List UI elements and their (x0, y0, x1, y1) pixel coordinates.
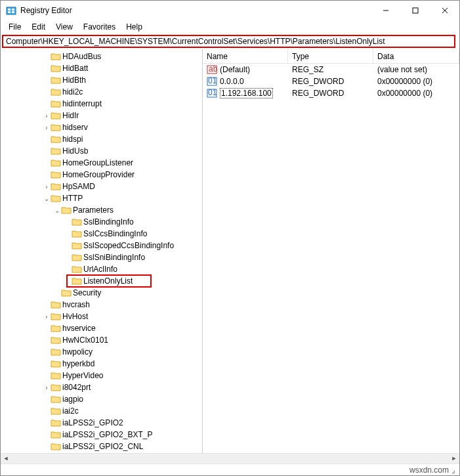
tree-item[interactable]: hvservice (1, 322, 202, 334)
close-button[interactable] (430, 1, 459, 20)
tree-item[interactable]: hwpolicy (1, 346, 202, 358)
folder-icon (51, 111, 61, 120)
tree-item[interactable]: UrlAclInfo (1, 263, 202, 275)
menu-edit[interactable]: Edit (26, 21, 51, 33)
tree-item[interactable]: ⌄HTTP (1, 192, 202, 204)
folder-icon (51, 52, 61, 61)
tree-item-label: SslCcsBindingInfo (82, 229, 147, 238)
svg-text:011: 011 (208, 88, 217, 97)
folder-icon (51, 99, 61, 108)
tree-item[interactable]: HomeGroupProvider (1, 169, 202, 181)
value-data: 0x00000000 (0) (373, 89, 459, 98)
value-type: REG_DWORD (288, 77, 373, 86)
expand-icon[interactable]: › (43, 112, 51, 119)
tree-item[interactable]: SslCcsBindingInfo (1, 228, 202, 240)
menu-favorites[interactable]: Favorites (78, 21, 121, 33)
tree-item[interactable]: ListenOnlyList (1, 275, 202, 287)
col-header-data[interactable]: Data (373, 49, 459, 63)
tree-item[interactable]: SslBindingInfo (1, 216, 202, 228)
folder-icon (51, 359, 61, 368)
tree-item[interactable]: iaLPSS2i_GPIO2_CNL (1, 441, 202, 452)
value-row[interactable]: 0111.192.168.100REG_DWORD0x00000000 (0) (203, 87, 459, 99)
values-pane[interactable]: Name Type Data ab(Default)REG_SZ(value n… (203, 49, 459, 453)
tree-item-label: hvcrash (61, 300, 90, 309)
tree-item[interactable]: Security (1, 287, 202, 299)
maximize-button[interactable] (400, 1, 430, 20)
minimize-button[interactable] (371, 1, 400, 20)
address-text: Computer\HKEY_LOCAL_MACHINE\SYSTEM\Curre… (6, 37, 385, 46)
tree-item[interactable]: HidBatt (1, 62, 202, 74)
expand-icon[interactable]: › (43, 124, 51, 131)
value-row[interactable]: ab(Default)REG_SZ(value not set) (203, 64, 459, 76)
svg-rect-1 (8, 9, 10, 11)
expand-icon[interactable]: › (43, 183, 51, 190)
collapse-icon[interactable]: ⌄ (53, 207, 61, 214)
tree-item-label: hidspi (61, 135, 83, 144)
tree-item[interactable]: ›HidIr (1, 110, 202, 121)
tree-item-label: HidBth (61, 76, 86, 85)
horizontal-scrollbar[interactable]: ◄ ► (1, 453, 459, 464)
tree-item[interactable]: ›hidserv (1, 121, 202, 133)
folder-icon (51, 347, 61, 357)
tree-item[interactable]: HidBth (1, 74, 202, 86)
tree-item[interactable]: iaLPSS2i_GPIO2 (1, 417, 202, 429)
menubar: File Edit View Favorites Help (1, 20, 459, 33)
folder-icon (51, 406, 61, 416)
address-bar[interactable]: Computer\HKEY_LOCAL_MACHINE\SYSTEM\Curre… (2, 35, 455, 48)
dword-value-icon: 011 (207, 88, 217, 98)
folder-icon (61, 206, 72, 215)
folder-icon (51, 371, 61, 380)
folder-icon (72, 253, 82, 262)
tree-item[interactable]: hyperkbd (1, 358, 202, 370)
menu-file[interactable]: File (3, 21, 26, 33)
tree-item[interactable]: hvcrash (1, 299, 202, 311)
folder-icon (51, 170, 61, 179)
tree-item[interactable]: SslScopedCcsBindingInfo (1, 240, 202, 251)
col-header-type[interactable]: Type (288, 49, 373, 63)
regedit-icon (6, 5, 16, 16)
tree-item[interactable]: ›HpSAMD (1, 181, 202, 192)
folder-icon (51, 383, 61, 392)
tree-item[interactable]: iagpio (1, 393, 202, 405)
tree-item-label: iagpio (61, 395, 83, 404)
col-header-name[interactable]: Name (203, 49, 288, 63)
expand-icon[interactable]: › (43, 384, 51, 391)
collapse-icon[interactable]: ⌄ (43, 195, 51, 202)
folder-icon (51, 64, 61, 73)
folder-icon (51, 146, 61, 156)
tree-item[interactable]: HwNClx0101 (1, 334, 202, 346)
tree-item[interactable]: hidspi (1, 133, 202, 145)
folder-icon (51, 135, 61, 144)
tree-item[interactable]: hidinterrupt (1, 98, 202, 110)
folder-icon (72, 229, 82, 238)
tree-item[interactable]: iai2c (1, 405, 202, 417)
tree-item[interactable]: ⌄Parameters (1, 204, 202, 216)
resize-grip-icon[interactable]: ⌟ (451, 465, 455, 475)
tree-pane[interactable]: HDAudBusHidBattHidBthhidi2chidinterrupt›… (1, 49, 203, 453)
value-row[interactable]: 0110.0.0.0REG_DWORD0x00000000 (0) (203, 76, 459, 87)
scroll-right-icon[interactable]: ► (449, 454, 459, 463)
tree-item-label: iaLPSS2i_GPIO2_BXT_P (61, 430, 152, 439)
tree-item[interactable]: HyperVideo (1, 370, 202, 381)
expand-icon[interactable]: › (43, 313, 51, 320)
scroll-left-icon[interactable]: ◄ (1, 454, 11, 463)
tree-item-label: hidserv (61, 123, 88, 132)
folder-icon (51, 324, 61, 333)
tree-item[interactable]: hidi2c (1, 86, 202, 98)
menu-help[interactable]: Help (121, 21, 148, 33)
tree-item[interactable]: ›i8042prt (1, 381, 202, 393)
tree-item[interactable]: SslSniBindingInfo (1, 251, 202, 263)
titlebar[interactable]: Registry Editor (1, 1, 459, 20)
tree-item-label: HyperVideo (61, 371, 103, 380)
tree-item[interactable]: iaLPSS2i_GPIO2_BXT_P (1, 429, 202, 441)
tree-item-label: ListenOnlyList (82, 276, 133, 286)
tree-item[interactable]: HidUsb (1, 145, 202, 157)
menu-view[interactable]: View (51, 21, 78, 33)
registry-editor-window: Registry Editor File Edit View Favorites… (0, 0, 460, 476)
tree-item[interactable]: ›HvHost (1, 311, 202, 322)
tree-item[interactable]: HDAudBus (1, 51, 202, 62)
tree-item[interactable]: HomeGroupListener (1, 157, 202, 169)
tree-item-label: HidUsb (61, 146, 88, 156)
folder-icon (51, 418, 61, 427)
tree-item-label: SslScopedCcsBindingInfo (82, 241, 174, 250)
